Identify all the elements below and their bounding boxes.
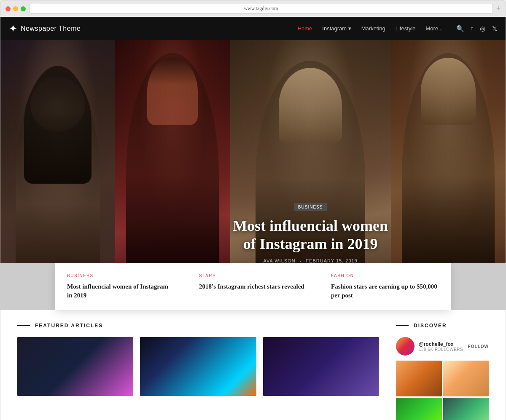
discover-photo-2[interactable]: [443, 361, 489, 396]
browser-titlebar: www.tagdiv.com +: [0, 4, 506, 17]
card-1-category: BUSINESS: [67, 273, 175, 278]
featured-section-header: FEATURED ARTICLES: [17, 323, 379, 329]
nav-item-home[interactable]: Home: [298, 25, 312, 32]
cards-row: BUSINESS Most influencial women of Insta…: [55, 263, 451, 310]
featured-articles-section: FEATURED ARTICLES: [17, 323, 379, 420]
card-2-category: STARS: [199, 273, 307, 278]
browser-content: ✦ Newspaper Theme Home Instagram ▾ Marke…: [0, 17, 506, 420]
hero-col-3: BUSINESS Most influencial women of Insta…: [230, 40, 391, 297]
nav-icons: 🔍 f ◎ 𝕏: [456, 25, 497, 32]
instagram-icon[interactable]: ◎: [480, 25, 485, 32]
article-1-image: [17, 337, 133, 396]
articles-grid: [17, 337, 379, 396]
featured-section-title: FEATURED ARTICLES: [35, 323, 103, 329]
new-tab-button[interactable]: +: [496, 4, 501, 13]
discover-header-line: [396, 325, 409, 326]
browser-chrome: www.tagdiv.com + ✦ Newspaper Theme Home …: [0, 0, 506, 420]
header-line: [17, 325, 30, 326]
logo[interactable]: ✦ Newspaper Theme: [9, 23, 81, 35]
twitter-icon[interactable]: 𝕏: [492, 25, 497, 32]
hero-col-1: [0, 40, 115, 297]
article-card-3[interactable]: [263, 337, 379, 396]
discover-avatar: [396, 337, 414, 356]
article-card-1[interactable]: [17, 337, 133, 396]
discover-followers: 139.6K FOLLOWERS: [419, 347, 463, 352]
facebook-icon[interactable]: f: [471, 25, 473, 32]
hero-meta: AVA WILSON - FEBRUARY 15, 2019: [230, 258, 391, 263]
hero-meta-separator: -: [300, 258, 302, 263]
navbar: ✦ Newspaper Theme Home Instagram ▾ Marke…: [0, 17, 506, 40]
discover-username: @rochelle_fox: [419, 341, 463, 347]
url-bar[interactable]: www.tagdiv.com: [29, 4, 493, 13]
discover-section: DISCOVER @rochelle_fox 139.6K FOLLOWERS …: [396, 323, 489, 420]
article-card-2[interactable]: [140, 337, 256, 396]
discover-user: @rochelle_fox 139.6K FOLLOWERS FOLLOW: [396, 337, 489, 356]
discover-photos-grid: [396, 361, 489, 420]
card-3-title: Fashion stars are earning up to $50,000 …: [331, 282, 439, 300]
article-2-image: [140, 337, 256, 396]
nav-item-marketing[interactable]: Marketing: [361, 25, 385, 32]
minimize-dot[interactable]: [13, 6, 18, 11]
hero-title: Most influencial women of Instagram in 2…: [230, 217, 391, 253]
nav-item-instagram[interactable]: Instagram ▾: [322, 25, 351, 32]
hero-category: BUSINESS: [294, 203, 327, 211]
card-1-title: Most influencial women of Instagram in 2…: [67, 282, 175, 300]
discover-photo-1[interactable]: [396, 361, 442, 396]
card-item-3[interactable]: FASHION Fashion stars are earning up to …: [319, 263, 451, 310]
maximize-dot[interactable]: [21, 6, 26, 11]
discover-user-info: @rochelle_fox 139.6K FOLLOWERS: [419, 341, 463, 352]
nav-links: Home Instagram ▾ Marketing Lifestyle Mor…: [298, 25, 497, 32]
hero-section: BUSINESS Most influencial women of Insta…: [0, 40, 506, 297]
hero-author: AVA WILSON: [263, 258, 295, 263]
card-3-category: FASHION: [331, 273, 439, 278]
search-icon[interactable]: 🔍: [456, 25, 464, 32]
card-2-title: 2018's Instagram richest stars revealed: [199, 282, 307, 291]
nav-item-more[interactable]: More...: [426, 25, 443, 32]
close-dot[interactable]: [5, 6, 11, 11]
hero-col-4: [391, 40, 506, 297]
logo-star-icon: ✦: [9, 23, 17, 35]
bottom-section: FEATURED ARTICLES: [0, 310, 506, 420]
hero-col-2: [115, 40, 230, 297]
discover-photo-4[interactable]: [443, 398, 489, 420]
nav-item-lifestyle[interactable]: Lifestyle: [396, 25, 416, 32]
browser-dots: [5, 6, 26, 11]
logo-text: Newspaper Theme: [21, 25, 81, 32]
discover-photo-3[interactable]: [396, 398, 442, 420]
discover-section-title: DISCOVER: [414, 323, 447, 329]
card-item-2[interactable]: STARS 2018's Instagram richest stars rev…: [187, 263, 319, 310]
discover-section-header: DISCOVER: [396, 323, 489, 329]
hero-date: FEBRUARY 15, 2019: [306, 258, 357, 263]
article-3-image: [263, 337, 379, 396]
card-item-1[interactable]: BUSINESS Most influencial women of Insta…: [55, 263, 187, 310]
follow-button[interactable]: FOLLOW: [468, 344, 489, 349]
